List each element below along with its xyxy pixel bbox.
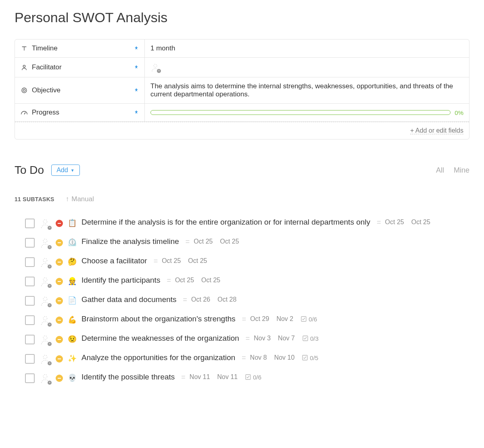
- field-label-cell[interactable]: Progress: [15, 104, 145, 121]
- task-name[interactable]: Analyze the opportunities for the organi…: [81, 353, 235, 362]
- task-name[interactable]: Identify the participants: [81, 276, 160, 285]
- drag-handle-icon[interactable]: =: [242, 315, 246, 323]
- svg-point-13: [43, 355, 47, 359]
- task-row[interactable]: 😟 Determine the weaknesses of the organi…: [15, 330, 469, 349]
- svg-point-5: [43, 239, 47, 243]
- drag-handle-icon[interactable]: =: [242, 354, 246, 362]
- task-checkbox[interactable]: [25, 238, 35, 248]
- drag-handle-icon[interactable]: =: [167, 276, 171, 285]
- task-row[interactable]: 📄 Gather data and documents = Oct 26 Oct…: [15, 291, 469, 310]
- task-assignee[interactable]: [40, 373, 51, 384]
- task-end-date[interactable]: Oct 25: [188, 257, 207, 265]
- task-checkbox[interactable]: [25, 257, 35, 267]
- task-row[interactable]: ✨ Analyze the opportunities for the orga…: [15, 349, 469, 369]
- task-status-icon[interactable]: [56, 297, 63, 304]
- task-name[interactable]: Gather data and documents: [81, 295, 177, 304]
- task-start-date[interactable]: Nov 11: [190, 373, 210, 381]
- add-fields-link[interactable]: + Add or edit fields: [410, 127, 463, 134]
- task-checkbox[interactable]: [25, 354, 35, 364]
- task-checkbox[interactable]: [25, 296, 35, 306]
- task-checkbox[interactable]: [25, 277, 35, 286]
- task-status-icon[interactable]: [56, 317, 63, 324]
- task-end-date[interactable]: Oct 25: [201, 277, 220, 284]
- empty-assignee-icon[interactable]: [150, 63, 160, 72]
- task-status-icon[interactable]: [56, 278, 63, 285]
- field-value[interactable]: 1 month: [145, 40, 469, 57]
- task-name[interactable]: Finalize the analysis timeline: [81, 237, 179, 246]
- field-value[interactable]: The analysis aims to determine the inter…: [145, 77, 469, 103]
- task-name[interactable]: Choose a facilitator: [81, 256, 147, 265]
- task-start-date[interactable]: Oct 25: [162, 257, 181, 265]
- task-row[interactable]: 💪 Brainstorm about the organization's st…: [15, 310, 469, 330]
- task-start-date[interactable]: Oct 25: [175, 277, 194, 284]
- add-button[interactable]: Add ▼: [51, 165, 79, 176]
- task-end-date[interactable]: Nov 11: [217, 373, 238, 381]
- svg-point-8: [43, 297, 47, 301]
- sort-label: Manual: [71, 195, 94, 203]
- task-start-date[interactable]: Nov 3: [254, 335, 271, 342]
- task-assignee[interactable]: [40, 276, 51, 287]
- filter-tabs: All Mine: [436, 166, 469, 175]
- task-status-icon[interactable]: [56, 258, 63, 266]
- task-assignee[interactable]: [40, 218, 51, 229]
- field-label-cell[interactable]: Objective: [15, 77, 145, 103]
- pin-icon[interactable]: [134, 64, 139, 71]
- pin-icon[interactable]: [134, 87, 139, 94]
- drag-handle-icon[interactable]: =: [154, 257, 158, 265]
- filter-mine[interactable]: Mine: [454, 166, 469, 175]
- drag-handle-icon[interactable]: =: [246, 334, 250, 343]
- task-end-date[interactable]: Oct 28: [217, 296, 236, 303]
- drag-handle-icon[interactable]: =: [186, 238, 190, 246]
- task-row[interactable]: 📋 Determine if the analysis is for the e…: [15, 214, 469, 233]
- task-row[interactable]: 💀 Identify the possible threats = Nov 11…: [15, 369, 469, 388]
- task-end-date[interactable]: Oct 25: [411, 219, 430, 226]
- task-checkbox[interactable]: [25, 315, 35, 325]
- task-assignee[interactable]: [40, 256, 51, 268]
- field-label-cell[interactable]: Timeline: [15, 40, 145, 57]
- drag-handle-icon[interactable]: =: [377, 218, 381, 227]
- task-checklist: 0/3: [302, 335, 319, 342]
- task-status-icon[interactable]: [56, 336, 63, 343]
- task-status-icon[interactable]: [56, 375, 63, 382]
- task-assignee[interactable]: [40, 295, 51, 306]
- task-checklist: 0/5: [302, 354, 318, 361]
- sort-button[interactable]: ↑ Manual: [66, 195, 94, 203]
- drag-handle-icon[interactable]: =: [183, 296, 188, 304]
- task-checkbox[interactable]: [25, 335, 35, 344]
- task-checkbox[interactable]: [25, 373, 35, 383]
- task-start-date[interactable]: Nov 8: [250, 354, 267, 361]
- task-status-icon[interactable]: [56, 355, 63, 363]
- task-end-date[interactable]: Nov 2: [276, 315, 293, 323]
- task-checkbox[interactable]: [25, 219, 35, 228]
- task-start-date[interactable]: Oct 25: [194, 238, 213, 245]
- field-value[interactable]: [145, 58, 469, 77]
- task-name[interactable]: Determine if the analysis is for the ent…: [81, 218, 370, 227]
- task-row[interactable]: 🤔 Choose a facilitator = Oct 25 Oct 25: [15, 252, 469, 272]
- task-assignee[interactable]: [40, 334, 51, 345]
- progress-bar[interactable]: [150, 110, 451, 115]
- task-status-icon[interactable]: [56, 239, 63, 246]
- pin-icon[interactable]: [134, 45, 139, 52]
- task-assignee[interactable]: [40, 315, 51, 326]
- task-name[interactable]: Brainstorm about the organization's stre…: [81, 315, 236, 323]
- task-start-date[interactable]: Oct 29: [250, 315, 269, 323]
- task-row[interactable]: 👷 Identify the participants = Oct 25 Oct…: [15, 272, 469, 291]
- task-name[interactable]: Determine the weaknesses of the organiza…: [81, 334, 239, 343]
- task-row[interactable]: ⏲️ Finalize the analysis timeline = Oct …: [15, 233, 469, 252]
- task-start-date[interactable]: Oct 26: [191, 296, 210, 303]
- filter-all[interactable]: All: [436, 166, 444, 175]
- task-end-date[interactable]: Oct 25: [220, 238, 239, 245]
- task-assignee[interactable]: [40, 237, 51, 248]
- todo-title: To Do: [15, 164, 44, 177]
- task-assignee[interactable]: [40, 353, 51, 365]
- field-label-cell[interactable]: Facilitator: [15, 58, 145, 77]
- task-status-icon[interactable]: [56, 220, 63, 227]
- custom-fields-table: Timeline 1 month Facilitator: [15, 39, 469, 140]
- field-value[interactable]: 0%: [145, 104, 469, 121]
- pin-icon[interactable]: [134, 109, 139, 116]
- task-start-date[interactable]: Oct 25: [385, 219, 404, 226]
- task-end-date[interactable]: Nov 7: [278, 335, 295, 342]
- task-end-date[interactable]: Nov 10: [274, 354, 295, 361]
- drag-handle-icon[interactable]: =: [181, 373, 186, 381]
- task-name[interactable]: Identify the possible threats: [81, 373, 175, 381]
